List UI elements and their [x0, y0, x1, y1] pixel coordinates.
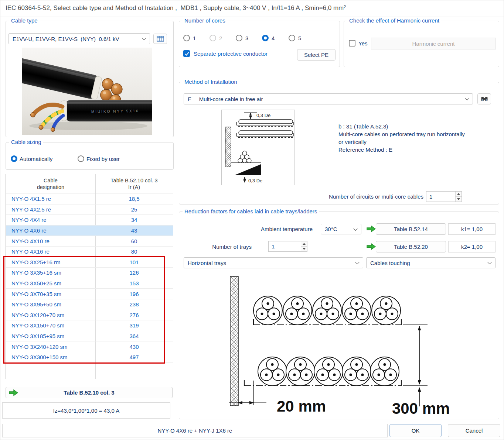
ir-value-cell: 153 — [95, 280, 173, 286]
cores-radio-3[interactable] — [236, 35, 242, 41]
table-row[interactable]: NYY-O 3X185+95 sm364 — [6, 331, 173, 342]
green-arrow-icon — [9, 389, 18, 396]
header-ir: Table B.52.10 col. 3 Ir (A) — [95, 174, 173, 193]
spinner-down-button[interactable] — [301, 247, 307, 251]
table-row[interactable]: NYY-O 3X70+35 sm196 — [6, 289, 173, 299]
ok-label: OK — [412, 427, 420, 434]
cores-radio-4[interactable] — [262, 35, 269, 41]
green-arrow-icon — [367, 243, 376, 250]
table-row[interactable]: NYY-O 3X95+50 sm238 — [6, 299, 173, 310]
harmonic-current-placeholder: Harmonic current — [412, 41, 454, 47]
installation-method-dropdown[interactable]: E Multi-core cable in free air — [184, 93, 473, 104]
table-row[interactable]: NYY-O 3X240+120 sm430 — [6, 341, 173, 352]
diagram-dim-bottom-label: 0,3 De — [248, 178, 262, 183]
circuits-value: 1 — [426, 192, 455, 202]
cable-designation-cell: NYY-O 4X1.5 re — [6, 196, 95, 202]
method-note-reference: Reference Method : E — [338, 146, 497, 154]
circuits-count-label: Number of circuits or multi-core cables — [303, 193, 423, 200]
cable-type-dropdown[interactable]: E1VV-U, E1VV-R, E1VV-S (NYY) 0.6/1 kV — [8, 33, 150, 44]
number-of-trays-spinner[interactable]: 1 — [268, 241, 307, 252]
green-arrow-icon — [367, 225, 376, 233]
cable-catalog-button[interactable] — [153, 34, 167, 44]
cancel-button[interactable]: Cancel — [448, 424, 500, 437]
select-pe-label: Select PE — [304, 52, 328, 58]
cancel-label: Cancel — [466, 427, 483, 434]
ambient-temperature-dropdown[interactable]: 30°C — [321, 224, 361, 234]
installation-method-value: E Multi-core cable in free air — [188, 96, 263, 102]
cable-arrangement-dropdown[interactable]: Cables touching — [366, 257, 496, 268]
table-b5220-button[interactable]: Table B.52.20 — [376, 241, 446, 252]
cable-sizing-table[interactable]: Cable designation Table B.52.10 col. 3 I… — [6, 174, 173, 379]
table-row[interactable]: NYY-O 4X2.5 re25 — [6, 204, 173, 215]
table-row[interactable]: NYY-O 3X120+70 sm276 — [6, 310, 173, 321]
table-b5214-label: Table B.52.14 — [394, 226, 428, 232]
table-row[interactable]: NYY-O 4X4 re34 — [6, 215, 173, 226]
table-row[interactable]: NYY-O 3X25+16 rm101 — [6, 257, 173, 268]
k2-factor-value: k2= 1,00 — [461, 244, 483, 250]
separate-pe-checkbox[interactable] — [183, 50, 190, 57]
sizing-automatic-radio[interactable] — [11, 155, 17, 162]
cable-designation-cell: NYY-O 3X70+35 sm — [6, 291, 95, 297]
ir-value-cell: 497 — [95, 354, 173, 360]
chevron-down-icon — [142, 36, 146, 40]
table-b5210-bar[interactable]: Table B.52.10 col. 3 — [6, 387, 173, 398]
cable-designation-cell: NYY-O 3X150+70 sm — [6, 322, 95, 329]
ir-value-cell: 238 — [95, 301, 173, 307]
select-pe-button[interactable]: Select PE — [297, 49, 336, 61]
harmonic-legend: Check the effect of Harmonic current — [347, 17, 441, 24]
table-row[interactable]: NYY-O 4X10 re60 — [6, 236, 173, 247]
number-of-trays-label: Number of trays — [199, 244, 252, 250]
method-note-line1: Multi-core cables on perforated tray run… — [338, 130, 497, 138]
cores-radio-5[interactable] — [289, 35, 295, 41]
cores-radio-2[interactable] — [210, 35, 216, 41]
harmonic-current-field[interactable]: Harmonic current — [371, 38, 496, 49]
cable-designation-cell: NYY-O 4X2.5 re — [6, 206, 95, 213]
chevron-down-icon — [487, 260, 491, 264]
circuits-spinner[interactable]: 1 — [426, 191, 462, 202]
cable-designation-cell: NYY-O 3X25+16 rm — [6, 259, 95, 265]
table-row[interactable]: NYY-O 3X35+16 sm126 — [6, 268, 173, 278]
tray-orientation-dropdown[interactable]: Horizontal trays — [184, 257, 363, 268]
sizing-fixed-radio[interactable] — [78, 155, 84, 162]
cable-designation-cell: NYY-O 4X10 re — [6, 238, 95, 244]
ir-value-cell: 126 — [95, 269, 173, 276]
ir-value-cell: 80 — [95, 248, 173, 255]
harmonic-yes-checkbox[interactable] — [349, 40, 355, 47]
ir-value-cell: 196 — [95, 291, 173, 297]
spinner-up-button[interactable] — [456, 192, 462, 197]
table-b5210-label: Table B.52.10 col. 3 — [64, 389, 114, 396]
spinner-down-button[interactable] — [456, 197, 462, 202]
cable-sizing-legend: Cable sizing — [9, 139, 43, 145]
ir-value-cell: 34 — [95, 217, 173, 223]
ok-button[interactable]: OK — [389, 424, 442, 437]
ir-value-cell: 319 — [95, 322, 173, 329]
separate-pe-label: Separate protective conductor — [194, 50, 268, 57]
reduction-factors-legend: Reduction factors for cables laid in cab… — [183, 208, 319, 214]
table-row[interactable]: NYY-O 3X50+25 sm153 — [6, 278, 173, 289]
tray-arrangement-diagram: 300 mm 20 mm — [225, 274, 451, 417]
number-of-trays-value: 1 — [269, 241, 301, 251]
title-separator — [0, 17, 504, 17]
table-row[interactable]: NYY-O 3X300+150 sm497 — [6, 352, 173, 363]
cable-designation-cell: NYY-O 3X240+120 sm — [6, 344, 95, 350]
ir-value-cell: 25 — [95, 206, 173, 213]
table-row[interactable]: NYY-O 4X1.5 re18,5 — [6, 194, 173, 204]
cores-radio-3-label: 3 — [245, 35, 248, 42]
cable-designation-cell: NYY-O 4X6 re — [6, 227, 95, 234]
spinner-up-button[interactable] — [301, 241, 307, 247]
method-search-button[interactable] — [477, 93, 491, 104]
table-row[interactable]: NYY-O 3X150+70 sm319 — [6, 320, 173, 331]
k1-factor-value: k1= 1,00 — [461, 226, 483, 232]
table-row[interactable]: NYY-O 4X6 re43 — [6, 226, 173, 236]
ir-value-cell: 18,5 — [95, 196, 173, 202]
table-icon — [157, 36, 164, 42]
number-of-cores-legend: Number of cores — [183, 17, 227, 24]
ir-value-cell: 364 — [95, 333, 173, 339]
header-cable-designation: Cable designation — [6, 174, 95, 193]
cores-radio-1[interactable] — [183, 35, 190, 41]
table-row[interactable]: NYY-O 4X16 re80 — [6, 247, 173, 257]
diagram-dim-top-label: 0,3 De — [256, 113, 270, 118]
table-b5214-button[interactable]: Table B.52.14 — [376, 223, 446, 235]
ambient-temperature-value: 30°C — [325, 226, 337, 232]
ir-value-cell: 60 — [95, 238, 173, 244]
